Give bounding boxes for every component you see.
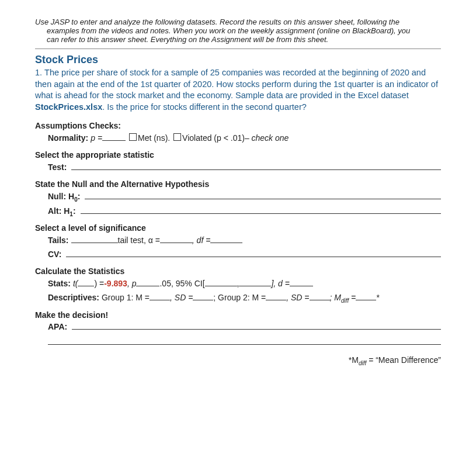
normality-p-blank[interactable] — [102, 132, 126, 141]
ci-close-d: ], d = — [271, 277, 290, 291]
tail-test-text: tail test, α = — [118, 234, 160, 248]
section-title: Stock Prices — [35, 54, 441, 66]
g1-label: Group 1: M = — [102, 291, 150, 305]
t-value: -9.893 — [104, 277, 127, 291]
test-row: Test: — [48, 161, 441, 175]
null-row: Null: H0: — [48, 190, 441, 205]
mdiff-star: * — [376, 291, 379, 305]
instructions-block: Use JASP to enter and analyze the follow… — [35, 18, 441, 49]
decision-heading: Make the decision! — [35, 310, 441, 320]
violated-label: Violated (p < .01) — [182, 131, 245, 146]
g1-sd-label: , SD = — [170, 291, 193, 305]
question-number: 1. — [35, 68, 42, 77]
normality-label: Normality: — [48, 131, 88, 146]
apa-label: APA: — [48, 322, 67, 331]
p-comma: , p — [127, 277, 137, 291]
question-file: StockPrices.xlsx — [35, 102, 102, 112]
tails-row: Tails: tail test, α = , df = — [48, 234, 441, 248]
instructions-line-1: Use JASP to enter and analyze the follow… — [35, 18, 441, 26]
p-equals: p = — [91, 131, 102, 146]
check-one-label: – check one — [245, 131, 289, 146]
significance-heading: Select a level of significance — [35, 223, 441, 233]
violated-checkbox[interactable] — [173, 133, 181, 141]
cv-blank[interactable] — [66, 248, 441, 257]
t-close: ) = — [94, 277, 104, 291]
alpha-05-text: .05, 95% CI[ — [159, 277, 204, 291]
g2-sd-label: , SD = — [286, 291, 309, 305]
instructions-line-2: examples from the videos and notes. When… — [35, 26, 441, 35]
calculate-heading: Calculate the Statistics — [35, 266, 441, 276]
null-label: Null: H0: — [48, 190, 80, 205]
alpha-blank[interactable] — [160, 234, 192, 243]
mdiff-blank[interactable] — [356, 292, 376, 300]
assumptions-heading: Assumptions Checks: — [35, 121, 441, 130]
df-label: , df = — [192, 234, 211, 248]
apa-blank-2[interactable] — [48, 331, 441, 345]
null-blank[interactable] — [85, 191, 441, 199]
question-text: 1.The price per share of stock for a sam… — [35, 67, 441, 113]
t-df-blank[interactable] — [78, 278, 94, 286]
ci-low-blank[interactable] — [205, 278, 237, 286]
tails-blank[interactable] — [71, 234, 118, 243]
descriptives-label: Descriptives: — [48, 291, 99, 305]
mdiff-label: ; Mdiff = — [330, 291, 356, 306]
met-label: Met (ns). — [138, 131, 170, 146]
g1-sd-blank[interactable] — [193, 292, 213, 300]
g2-label: ; Group 2: M = — [213, 291, 266, 305]
cv-label: CV: — [48, 248, 61, 262]
ci-high-blank[interactable] — [239, 278, 271, 286]
stats-label: Stats: — [48, 277, 71, 291]
tails-label: Tails: — [48, 234, 69, 248]
met-checkbox[interactable] — [129, 133, 137, 141]
alt-row: Alt: H1: — [48, 205, 441, 219]
question-body-b: . Is the price for stocks different in t… — [102, 102, 307, 112]
g1-m-blank[interactable] — [150, 292, 170, 300]
t-open: t( — [73, 277, 78, 291]
normality-row: Normality: p = Met (ns). Violated (p < .… — [48, 131, 441, 146]
footnote: *Mdiff = “Mean Difference” — [35, 355, 441, 366]
question-body-a: The price per share of stock for a sampl… — [35, 68, 438, 100]
select-statistic-heading: Select the appropriate statistic — [35, 150, 441, 160]
g2-sd-blank[interactable] — [310, 292, 330, 300]
instructions-line-3: can refer to this answer sheet. Everythi… — [35, 35, 441, 44]
df-blank[interactable] — [210, 234, 242, 243]
test-blank[interactable] — [71, 161, 441, 170]
descriptives-row: Descriptives: Group 1: M = , SD = ; Grou… — [48, 291, 441, 306]
hypothesis-heading: State the Null and the Alternative Hypot… — [35, 179, 441, 189]
alt-label: Alt: H1: — [48, 205, 76, 219]
cv-row: CV: — [48, 248, 441, 262]
test-label: Test: — [48, 161, 67, 175]
d-blank[interactable] — [290, 278, 313, 286]
stats-row: Stats: t( ) = -9.893 , p .05, 95% CI[ , … — [48, 277, 441, 291]
g2-m-blank[interactable] — [266, 292, 286, 300]
p-comp-blank[interactable] — [136, 278, 159, 286]
apa-blank-1[interactable] — [72, 321, 441, 330]
alt-blank[interactable] — [81, 205, 441, 214]
